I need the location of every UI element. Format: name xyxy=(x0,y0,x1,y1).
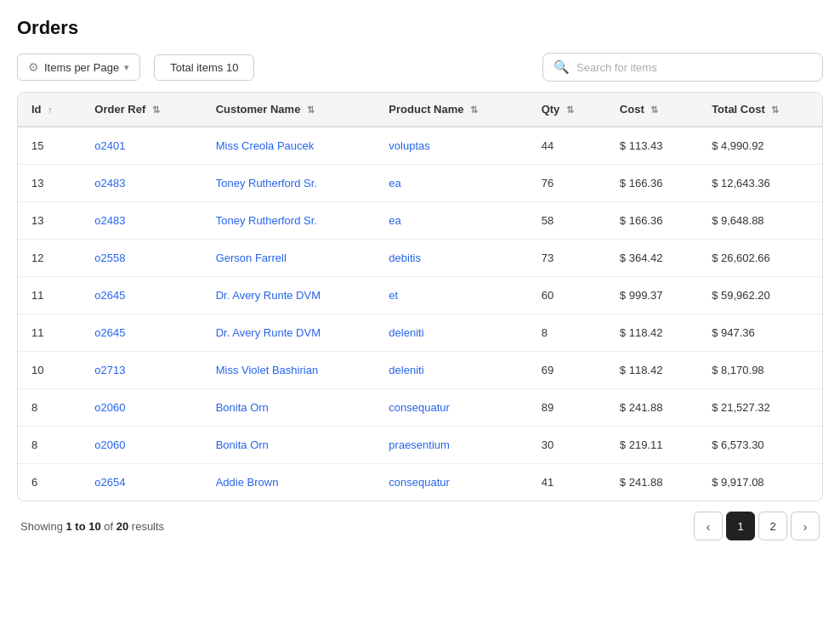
cell-total_cost: $ 9,648.88 xyxy=(698,202,822,240)
table-row: 6o2654Addie Brownconsequatur41$ 241.88$ … xyxy=(18,464,822,501)
table-row: 8o2060Bonita Ornconsequatur89$ 241.88$ 2… xyxy=(18,389,822,427)
cell-product_name[interactable]: deleniti xyxy=(375,352,527,389)
table-body: 15o2401Miss Creola Paucekvoluptas44$ 113… xyxy=(18,127,822,500)
next-page-button[interactable]: › xyxy=(791,512,820,540)
cell-cost: $ 118.42 xyxy=(606,314,698,352)
cell-product_name[interactable]: praesentium xyxy=(375,427,527,464)
cell-customer_name[interactable]: Gerson Farrell xyxy=(202,240,376,277)
showing-total: 20 xyxy=(116,520,128,533)
cell-customer_name[interactable]: Miss Violet Bashirian xyxy=(202,352,376,389)
cell-id: 8 xyxy=(18,427,81,464)
cell-cost: $ 113.43 xyxy=(606,127,698,165)
chevron-down-icon: ▾ xyxy=(124,62,129,73)
cell-order_ref[interactable]: o2483 xyxy=(81,165,201,202)
col-header-cost[interactable]: Cost ⇅ xyxy=(606,93,698,127)
cell-cost: $ 364.42 xyxy=(606,240,698,277)
cell-id: 12 xyxy=(18,240,81,277)
cell-product_name[interactable]: deleniti xyxy=(375,314,527,352)
table-row: 15o2401Miss Creola Paucekvoluptas44$ 113… xyxy=(18,127,822,165)
cell-order_ref[interactable]: o2713 xyxy=(81,352,201,389)
cell-total_cost: $ 59,962.20 xyxy=(698,277,822,314)
showing-range: 1 to 10 xyxy=(65,520,100,533)
sort-icon-customer-name: ⇅ xyxy=(307,105,315,116)
cell-product_name[interactable]: consequatur xyxy=(375,389,527,427)
cell-id: 15 xyxy=(18,127,81,165)
toolbar: ⚙ Items per Page ▾ Total items 10 🔍 xyxy=(17,53,823,82)
cell-order_ref[interactable]: o2483 xyxy=(81,202,201,240)
cell-product_name[interactable]: voluptas xyxy=(375,127,527,165)
cell-order_ref[interactable]: o2060 xyxy=(81,389,201,427)
search-input[interactable] xyxy=(576,61,812,74)
cell-id: 13 xyxy=(18,165,81,202)
cell-cost: $ 166.36 xyxy=(606,202,698,240)
cell-qty: 8 xyxy=(528,314,606,352)
gear-icon: ⚙ xyxy=(28,60,39,74)
col-header-total-cost[interactable]: Total Cost ⇅ xyxy=(698,93,822,127)
cell-cost: $ 166.36 xyxy=(606,165,698,202)
cell-total_cost: $ 12,643.36 xyxy=(698,165,822,202)
cell-product_name[interactable]: ea xyxy=(375,202,527,240)
cell-customer_name[interactable]: Toney Rutherford Sr. xyxy=(202,165,376,202)
items-per-page-button[interactable]: ⚙ Items per Page ▾ xyxy=(17,54,140,81)
orders-table-wrapper: Id ↑ Order Ref ⇅ Customer Name ⇅ Product… xyxy=(17,92,823,501)
page-2-button[interactable]: 2 xyxy=(758,512,787,540)
cell-total_cost: $ 947.36 xyxy=(698,314,822,352)
cell-id: 11 xyxy=(18,277,81,314)
cell-id: 13 xyxy=(18,202,81,240)
cell-qty: 76 xyxy=(528,165,606,202)
search-box: 🔍 xyxy=(542,53,823,82)
table-row: 13o2483Toney Rutherford Sr.ea58$ 166.36$… xyxy=(18,202,822,240)
cell-customer_name[interactable]: Addie Brown xyxy=(202,464,376,501)
cell-cost: $ 999.37 xyxy=(606,277,698,314)
cell-id: 8 xyxy=(18,389,81,427)
cell-order_ref[interactable]: o2558 xyxy=(81,240,201,277)
cell-order_ref[interactable]: o2645 xyxy=(81,277,201,314)
col-header-qty[interactable]: Qty ⇅ xyxy=(528,93,606,127)
cell-order_ref[interactable]: o2401 xyxy=(81,127,201,165)
search-icon: 🔍 xyxy=(553,59,570,75)
col-header-id[interactable]: Id ↑ xyxy=(18,93,81,127)
cell-total_cost: $ 4,990.92 xyxy=(698,127,822,165)
col-header-product-name[interactable]: Product Name ⇅ xyxy=(375,93,527,127)
cell-customer_name[interactable]: Dr. Avery Runte DVM xyxy=(202,314,376,352)
sort-icon-product-name: ⇅ xyxy=(470,105,478,116)
sort-icon-id: ↑ xyxy=(48,105,53,115)
cell-qty: 41 xyxy=(528,464,606,501)
cell-order_ref[interactable]: o2654 xyxy=(81,464,201,501)
table-row: 11o2645Dr. Avery Runte DVMdeleniti8$ 118… xyxy=(18,314,822,352)
cell-qty: 89 xyxy=(528,389,606,427)
sort-icon-order-ref: ⇅ xyxy=(152,105,160,116)
cell-qty: 60 xyxy=(528,277,606,314)
cell-total_cost: $ 6,573.30 xyxy=(698,427,822,464)
cell-id: 10 xyxy=(18,352,81,389)
cell-customer_name[interactable]: Miss Creola Paucek xyxy=(202,127,376,165)
cell-product_name[interactable]: et xyxy=(375,277,527,314)
prev-page-button[interactable]: ‹ xyxy=(694,512,723,540)
cell-customer_name[interactable]: Toney Rutherford Sr. xyxy=(202,202,376,240)
cell-total_cost: $ 26,602.66 xyxy=(698,240,822,277)
cell-cost: $ 118.42 xyxy=(606,352,698,389)
cell-cost: $ 241.88 xyxy=(606,389,698,427)
pagination: ‹ 1 2 › xyxy=(694,512,820,540)
showing-text: Showing 1 to 10 of 20 results xyxy=(20,520,164,533)
cell-product_name[interactable]: consequatur xyxy=(375,464,527,501)
items-per-page-label: Items per Page xyxy=(44,61,119,74)
cell-order_ref[interactable]: o2060 xyxy=(81,427,201,464)
cell-order_ref[interactable]: o2645 xyxy=(81,314,201,352)
cell-customer_name[interactable]: Bonita Orn xyxy=(202,389,376,427)
cell-qty: 44 xyxy=(528,127,606,165)
cell-product_name[interactable]: debitis xyxy=(375,240,527,277)
table-row: 12o2558Gerson Farrelldebitis73$ 364.42$ … xyxy=(18,240,822,277)
cell-product_name[interactable]: ea xyxy=(375,165,527,202)
sort-icon-total-cost: ⇅ xyxy=(771,105,779,116)
cell-qty: 58 xyxy=(528,202,606,240)
cell-customer_name[interactable]: Dr. Avery Runte DVM xyxy=(202,277,376,314)
cell-customer_name[interactable]: Bonita Orn xyxy=(202,427,376,464)
table-row: 13o2483Toney Rutherford Sr.ea76$ 166.36$… xyxy=(18,165,822,202)
col-header-customer-name[interactable]: Customer Name ⇅ xyxy=(202,93,376,127)
cell-id: 6 xyxy=(18,464,81,501)
col-header-order-ref[interactable]: Order Ref ⇅ xyxy=(81,93,201,127)
table-row: 8o2060Bonita Ornpraesentium30$ 219.11$ 6… xyxy=(18,427,822,464)
orders-table: Id ↑ Order Ref ⇅ Customer Name ⇅ Product… xyxy=(18,93,822,500)
page-1-button[interactable]: 1 xyxy=(726,512,755,540)
